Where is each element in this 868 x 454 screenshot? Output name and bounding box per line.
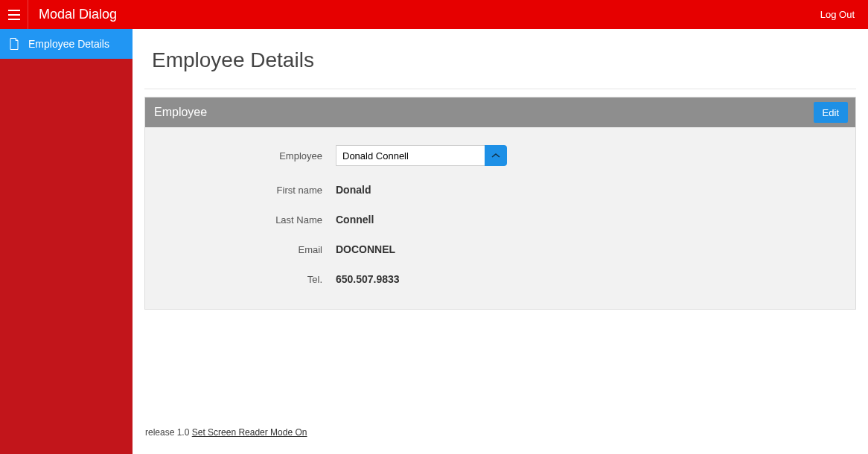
page-title: Employee Details	[133, 29, 868, 89]
app-title: Modal Dialog	[28, 7, 117, 22]
employee-input[interactable]	[336, 145, 485, 166]
label-email: Email	[157, 244, 336, 255]
main-content: Employee Details Employee Edit Employee	[133, 29, 868, 454]
sidebar: Employee Details	[0, 29, 133, 454]
screen-reader-link[interactable]: Set Screen Reader Mode On	[192, 427, 307, 438]
employee-lov-button[interactable]	[485, 145, 507, 166]
hamburger-button[interactable]	[0, 0, 28, 29]
value-tel: 650.507.9833	[336, 273, 400, 285]
region-header: Employee Edit	[145, 97, 855, 127]
label-tel: Tel.	[157, 274, 336, 285]
form-row-employee: Employee	[157, 145, 843, 166]
footer: release 1.0 Set Screen Reader Mode On	[145, 427, 307, 438]
form-row-first-name: First name Donald	[157, 184, 843, 196]
sidebar-item-employee-details[interactable]: Employee Details	[0, 29, 133, 59]
document-icon	[9, 38, 19, 50]
sidebar-item-label: Employee Details	[28, 38, 109, 50]
form-row-email: Email DOCONNEL	[157, 243, 843, 255]
value-email: DOCONNEL	[336, 243, 395, 255]
divider	[144, 89, 856, 89]
label-first-name: First name	[157, 185, 336, 196]
hamburger-icon	[8, 10, 20, 20]
chevron-up-icon	[491, 153, 500, 159]
label-employee: Employee	[157, 150, 336, 162]
employee-region: Employee Edit Employee	[144, 97, 856, 310]
region-title: Employee	[154, 106, 207, 119]
logout-link[interactable]: Log Out	[820, 9, 868, 20]
edit-button[interactable]: Edit	[814, 102, 848, 123]
label-last-name: Last Name	[157, 214, 336, 226]
release-text: release 1.0	[145, 427, 192, 438]
topbar: Modal Dialog Log Out	[0, 0, 868, 29]
region-body: Employee First name Donald	[145, 127, 855, 309]
value-last-name: Connell	[336, 214, 374, 226]
form-row-tel: Tel. 650.507.9833	[157, 273, 843, 285]
form-row-last-name: Last Name Connell	[157, 214, 843, 226]
value-first-name: Donald	[336, 184, 371, 196]
